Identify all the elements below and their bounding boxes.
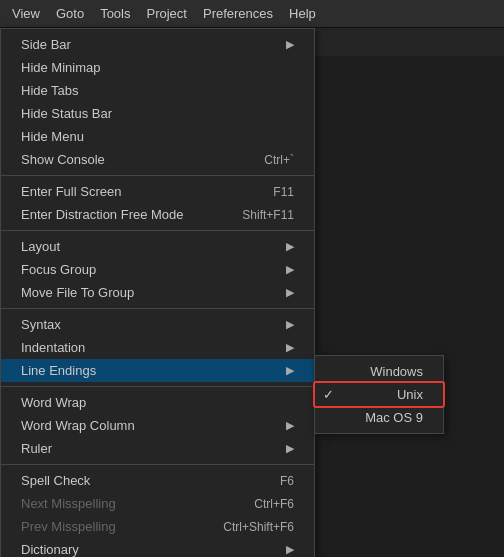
menu-item-line-endings[interactable]: Line Endings ▶ Windows ✓ Unix Mac OS 9 — [1, 359, 314, 382]
menu-item-prev-misspelling: Prev Misspelling Ctrl+Shift+F6 — [1, 515, 314, 538]
menu-item-ruler[interactable]: Ruler ▶ — [1, 437, 314, 460]
move-file-arrow-icon: ▶ — [286, 286, 294, 299]
ruler-arrow-icon: ▶ — [286, 442, 294, 455]
separator-3 — [1, 308, 314, 309]
indentation-arrow-icon: ▶ — [286, 341, 294, 354]
separator-4 — [1, 386, 314, 387]
menu-item-hide-minimap[interactable]: Hide Minimap — [1, 56, 314, 79]
menu-item-windows[interactable]: Windows — [315, 360, 443, 383]
menu-item-spell-check[interactable]: Spell Check F6 — [1, 469, 314, 492]
menu-item-next-misspelling: Next Misspelling Ctrl+F6 — [1, 492, 314, 515]
menu-item-focus-group[interactable]: Focus Group ▶ — [1, 258, 314, 281]
menu-item-move-file-to-group[interactable]: Move File To Group ▶ — [1, 281, 314, 304]
menu-item-distraction-free[interactable]: Enter Distraction Free Mode Shift+F11 — [1, 203, 314, 226]
menu-item-word-wrap[interactable]: Word Wrap — [1, 391, 314, 414]
menu-item-layout[interactable]: Layout ▶ — [1, 235, 314, 258]
menu-item-sidebar[interactable]: Side Bar ▶ — [1, 33, 314, 56]
separator-1 — [1, 175, 314, 176]
word-wrap-col-arrow-icon: ▶ — [286, 419, 294, 432]
menu-item-fullscreen[interactable]: Enter Full Screen F11 — [1, 180, 314, 203]
menu-item-indentation[interactable]: Indentation ▶ — [1, 336, 314, 359]
sidebar-arrow-icon: ▶ — [286, 38, 294, 51]
menu-item-unix[interactable]: ✓ Unix — [315, 383, 443, 406]
focus-group-arrow-icon: ▶ — [286, 263, 294, 276]
menu-item-hide-status-bar[interactable]: Hide Status Bar — [1, 102, 314, 125]
line-endings-submenu: Windows ✓ Unix Mac OS 9 — [314, 355, 444, 434]
menu-item-word-wrap-column[interactable]: Word Wrap Column ▶ — [1, 414, 314, 437]
layout-arrow-icon: ▶ — [286, 240, 294, 253]
syntax-arrow-icon: ▶ — [286, 318, 294, 331]
menu-item-dictionary[interactable]: Dictionary ▶ — [1, 538, 314, 557]
menu-item-macos9[interactable]: Mac OS 9 — [315, 406, 443, 429]
menu-item-hide-menu[interactable]: Hide Menu — [1, 125, 314, 148]
menu-item-syntax[interactable]: Syntax ▶ — [1, 313, 314, 336]
menu-item-hide-tabs[interactable]: Hide Tabs — [1, 79, 314, 102]
menu-overlay[interactable]: Side Bar ▶ Hide Minimap Hide Tabs Hide S… — [0, 0, 504, 557]
menu-item-show-console[interactable]: Show Console Ctrl+` — [1, 148, 314, 171]
separator-2 — [1, 230, 314, 231]
dictionary-arrow-icon: ▶ — [286, 543, 294, 556]
view-dropdown-menu: Side Bar ▶ Hide Minimap Hide Tabs Hide S… — [0, 28, 315, 557]
line-endings-arrow-icon: ▶ — [286, 364, 294, 377]
separator-5 — [1, 464, 314, 465]
